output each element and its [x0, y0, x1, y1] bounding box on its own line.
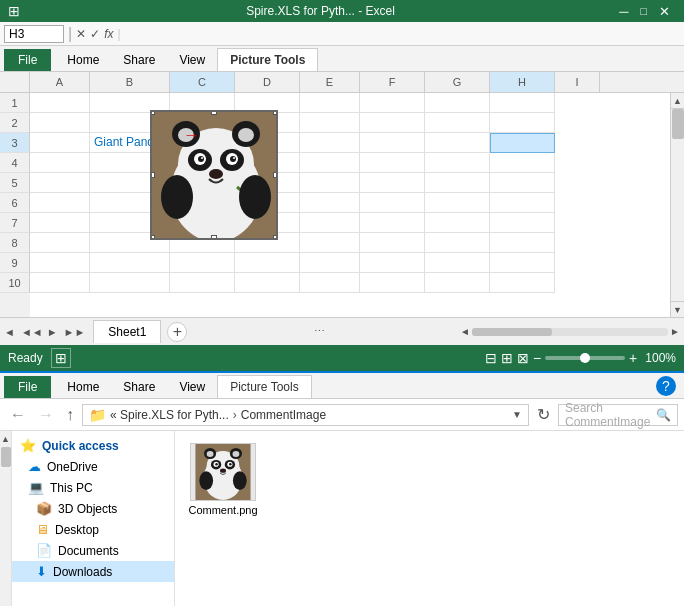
explorer-help-btn[interactable]: ?	[656, 376, 676, 396]
row-header-6[interactable]: 6	[0, 193, 30, 213]
col-header-e[interactable]: E	[300, 72, 360, 92]
forward-button[interactable]: →	[34, 404, 58, 426]
selection-handle-tm[interactable]	[211, 110, 217, 115]
explorer-tab-share[interactable]: Share	[111, 376, 167, 398]
nav-item-onedrive[interactable]: ☁ OneDrive	[12, 456, 174, 477]
explorer-tab-view[interactable]: View	[167, 376, 217, 398]
nav-scroll-thumb[interactable]	[1, 447, 11, 467]
cell-e1[interactable]	[300, 93, 360, 113]
add-sheet-btn[interactable]: +	[167, 322, 187, 342]
normal-view-icon[interactable]: ⊟	[485, 350, 497, 366]
vertical-scrollbar[interactable]: ▲ ▼	[670, 93, 684, 317]
row-header-7[interactable]: 7	[0, 213, 30, 233]
refresh-button[interactable]: ↻	[533, 403, 554, 426]
selection-handle-bm[interactable]	[211, 235, 217, 240]
nav-next-btn[interactable]: ►	[45, 326, 60, 338]
explorer-tab-home[interactable]: Home	[55, 376, 111, 398]
tab-picture-tools[interactable]: Picture Tools	[217, 48, 318, 71]
nav-scroll-up[interactable]: ▲ ▼	[0, 431, 12, 606]
row-header-8[interactable]: 8	[0, 233, 30, 253]
cell-h3[interactable]	[490, 133, 555, 153]
col-header-a[interactable]: A	[30, 72, 90, 92]
selection-handle-bl[interactable]	[150, 235, 155, 240]
file-tab[interactable]: File	[4, 49, 51, 71]
cell-a3[interactable]	[30, 133, 90, 153]
breadcrumb-bar[interactable]: 📁 « Spire.XLS for Pyth... › CommentImage…	[82, 404, 529, 426]
selection-handle-br[interactable]	[273, 235, 278, 240]
cell-g3[interactable]	[425, 133, 490, 153]
formula-input[interactable]	[125, 27, 680, 41]
row-header-5[interactable]: 5	[0, 173, 30, 193]
explorer-tab-picture-tools[interactable]: Picture Tools	[217, 375, 311, 398]
col-header-i[interactable]: I	[555, 72, 600, 92]
col-header-f[interactable]: F	[360, 72, 425, 92]
formula-cancel-icon[interactable]: ✕	[76, 27, 86, 41]
nav-item-quick-access[interactable]: ⭐ Quick access	[12, 435, 174, 456]
row-header-1[interactable]: 1	[0, 93, 30, 113]
search-icon[interactable]: 🔍	[656, 408, 671, 422]
more-sheets-btn[interactable]: ⋯	[310, 325, 329, 338]
cell-e2[interactable]	[300, 113, 360, 133]
cell-f4[interactable]	[360, 153, 425, 173]
cell-g2[interactable]	[425, 113, 490, 133]
excel-close-btn[interactable]: ✕	[653, 4, 676, 19]
cell-a4[interactable]	[30, 153, 90, 173]
formula-fx-icon[interactable]: fx	[104, 27, 113, 41]
nav-prev-btn[interactable]: ◄	[0, 326, 19, 338]
cell-a1[interactable]	[30, 93, 90, 113]
col-header-g[interactable]: G	[425, 72, 490, 92]
dropdown-arrow-icon[interactable]: ▼	[512, 409, 522, 420]
cell-g1[interactable]	[425, 93, 490, 113]
cell-h4[interactable]	[490, 153, 555, 173]
tab-view[interactable]: View	[167, 49, 217, 71]
excel-maximize-btn[interactable]: □	[634, 5, 653, 17]
cell-f1[interactable]	[360, 93, 425, 113]
scroll-up-btn[interactable]: ▲	[671, 93, 684, 109]
cell-h1[interactable]	[490, 93, 555, 113]
zoom-slider-thumb[interactable]	[580, 353, 590, 363]
horiz-scroll-left[interactable]: ◄	[460, 326, 470, 337]
row-header-2[interactable]: 2	[0, 113, 30, 133]
col-header-c[interactable]: C	[170, 72, 235, 92]
cell-a2[interactable]	[30, 113, 90, 133]
tab-home[interactable]: Home	[55, 49, 111, 71]
file-item-comment-png[interactable]: Comment.png	[183, 439, 263, 520]
nav-item-desktop[interactable]: 🖥 Desktop	[12, 519, 174, 540]
scroll-thumb[interactable]	[672, 109, 684, 139]
row-header-4[interactable]: 4	[0, 153, 30, 173]
cell-g4[interactable]	[425, 153, 490, 173]
explorer-file-tab[interactable]: File	[4, 376, 51, 398]
row-header-3[interactable]: 3	[0, 133, 30, 153]
cell-h2[interactable]	[490, 113, 555, 133]
nav-item-documents[interactable]: 📄 Documents	[12, 540, 174, 561]
cell-e4[interactable]	[300, 153, 360, 173]
nav-last-btn[interactable]: ►►	[60, 326, 90, 338]
nav-item-downloads[interactable]: ⬇ Downloads	[12, 561, 174, 582]
nav-first-btn[interactable]: ◄◄	[19, 326, 45, 338]
cell-f3[interactable]	[360, 133, 425, 153]
horiz-scrollbar[interactable]: ◄ ►	[460, 326, 680, 337]
back-button[interactable]: ←	[6, 404, 30, 426]
nav-item-this-pc[interactable]: 💻 This PC	[12, 477, 174, 498]
sheet-tab-sheet1[interactable]: Sheet1	[93, 320, 161, 343]
zoom-minus-icon[interactable]: −	[533, 350, 541, 366]
selection-handle-tr[interactable]	[273, 110, 278, 115]
zoom-plus-icon[interactable]: +	[629, 350, 637, 366]
nav-item-3d-objects[interactable]: 📦 3D Objects	[12, 498, 174, 519]
row-header-9[interactable]: 9	[0, 253, 30, 273]
selection-handle-tl[interactable]	[150, 110, 155, 115]
cell-e3[interactable]	[300, 133, 360, 153]
selection-handle-ml[interactable]	[150, 172, 155, 178]
excel-minimize-btn[interactable]: ─	[613, 4, 634, 19]
horiz-scroll-right[interactable]: ►	[670, 326, 680, 337]
horiz-scroll-thumb[interactable]	[472, 328, 552, 336]
formula-confirm-icon[interactable]: ✓	[90, 27, 100, 41]
status-page-layout-icon[interactable]: ⊞	[51, 348, 71, 368]
page-layout-icon[interactable]: ⊞	[501, 350, 513, 366]
panda-image[interactable]	[150, 110, 278, 240]
name-box[interactable]: H3	[4, 25, 64, 43]
selection-handle-mr[interactable]	[273, 172, 278, 178]
page-break-icon[interactable]: ⊠	[517, 350, 529, 366]
col-header-h[interactable]: H	[490, 72, 555, 92]
scroll-down-btn[interactable]: ▼	[671, 301, 684, 317]
